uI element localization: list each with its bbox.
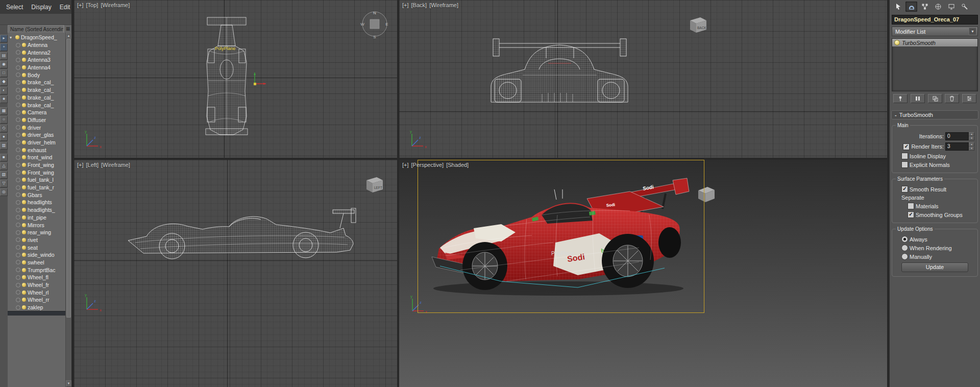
list-item[interactable]: rivet xyxy=(8,236,66,244)
iterations-stepper[interactable]: 0 ▲▼ xyxy=(945,132,974,140)
list-item[interactable]: driver_glas xyxy=(8,131,66,139)
expand-arrow-icon[interactable]: ▾ xyxy=(10,35,14,40)
smoothing-groups-checkbox[interactable]: ✓ xyxy=(908,211,914,218)
collapse-icon[interactable]: - xyxy=(895,112,897,118)
list-item[interactable]: brake_cal_ xyxy=(8,101,66,109)
list-item[interactable]: exhaust xyxy=(8,146,66,154)
explorer-filter-icon[interactable]: ◉ xyxy=(0,61,8,68)
name-column-header[interactable]: Name (Sorted Ascending) xyxy=(8,25,64,33)
visibility-icon[interactable] xyxy=(16,245,20,250)
modifier-stack[interactable]: TurboSmooth xyxy=(892,38,978,91)
list-item[interactable]: Antenna3 xyxy=(8,56,66,64)
visibility-icon[interactable] xyxy=(16,58,20,62)
viewport-back[interactable]: [+] [Back] [Wireframe] xyxy=(399,0,887,158)
explorer-filter-icon[interactable]: ▦ xyxy=(0,107,8,115)
spin-up-icon[interactable]: ▲ xyxy=(969,132,974,136)
list-item[interactable]: driver_helm xyxy=(8,139,66,147)
remove-modifier-icon[interactable] xyxy=(945,94,959,103)
list-item[interactable]: Body xyxy=(8,71,66,79)
scroll-down-icon[interactable]: ▼ xyxy=(66,380,71,387)
utilities-tab-icon[interactable] xyxy=(959,2,970,12)
visibility-icon[interactable] xyxy=(16,95,20,100)
viewport-top[interactable]: [+] [Top] [Wireframe] PolyPlane xyxy=(74,0,397,158)
explorer-filter-icon[interactable]: ▤ xyxy=(0,52,8,60)
column-chooser-icon[interactable]: ▦ xyxy=(64,25,71,33)
spin-up-icon[interactable]: ▲ xyxy=(969,142,974,147)
show-end-result-icon[interactable] xyxy=(911,94,925,103)
modifier-stack-entry[interactable]: TurboSmooth xyxy=(892,39,977,46)
spin-down-icon[interactable]: ▼ xyxy=(969,147,974,151)
visibility-icon[interactable] xyxy=(16,298,20,302)
motion-tab-icon[interactable] xyxy=(932,2,944,12)
list-item[interactable]: swheel xyxy=(8,259,66,267)
visibility-icon[interactable] xyxy=(16,140,20,144)
visibility-icon[interactable] xyxy=(16,178,20,182)
visibility-icon[interactable] xyxy=(16,117,20,122)
explorer-filter-icon[interactable]: ◇ xyxy=(0,125,8,132)
list-item[interactable]: TrumprtBac xyxy=(8,266,66,274)
modify-tab-icon[interactable] xyxy=(905,2,917,12)
visibility-icon[interactable] xyxy=(16,260,20,264)
visibility-icon[interactable] xyxy=(16,268,20,272)
explorer-filter-icon[interactable]: ▸ xyxy=(0,35,8,42)
visibility-icon[interactable] xyxy=(16,72,20,77)
viewport-shading-button[interactable]: [Wireframe] xyxy=(429,2,458,8)
visibility-icon[interactable] xyxy=(16,155,20,160)
explorer-filter-icon[interactable]: ○ xyxy=(0,116,8,124)
list-item[interactable]: headlights_ xyxy=(8,206,66,214)
visibility-icon[interactable] xyxy=(16,65,20,70)
visibility-icon[interactable] xyxy=(16,237,20,242)
isoline-checkbox[interactable] xyxy=(901,153,908,159)
list-item[interactable]: rear_wing xyxy=(8,229,66,236)
menu-item[interactable]: Select xyxy=(6,4,23,11)
render-iters-checkbox[interactable]: ✓ xyxy=(903,143,910,150)
explorer-filter-icon[interactable]: ● xyxy=(0,133,8,141)
list-item[interactable]: Antenna xyxy=(8,41,66,49)
explorer-filter-icon[interactable]: ◆ xyxy=(0,78,8,86)
list-item[interactable]: Wheel_fl xyxy=(8,274,66,281)
create-tab-icon[interactable] xyxy=(892,2,904,12)
visibility-icon[interactable] xyxy=(16,208,20,212)
menu-item[interactable]: Display xyxy=(31,4,51,11)
list-item[interactable]: zaklep xyxy=(8,304,66,311)
modifier-enabled-icon[interactable] xyxy=(894,40,900,45)
update-button[interactable]: Update xyxy=(901,262,968,272)
visibility-icon[interactable] xyxy=(16,170,20,175)
list-item[interactable]: Antenna2 xyxy=(8,49,66,56)
list-item[interactable]: Diffuser xyxy=(8,116,66,124)
explorer-filter-icon[interactable]: ▥ xyxy=(0,142,8,150)
list-item[interactable]: Camera xyxy=(8,109,66,116)
make-unique-icon[interactable] xyxy=(928,94,942,103)
viewport-menu-button[interactable]: [+] xyxy=(402,2,409,8)
explorer-filter-icon[interactable]: ◐ xyxy=(0,87,8,94)
visibility-icon[interactable] xyxy=(16,148,20,152)
viewport-pov-button[interactable]: [Back] xyxy=(411,2,427,8)
visibility-icon[interactable] xyxy=(16,43,20,47)
render-iters-stepper[interactable]: 3 ▲▼ xyxy=(945,142,974,151)
visibility-icon[interactable] xyxy=(16,125,20,130)
list-item[interactable]: Gbars xyxy=(8,191,66,199)
visibility-icon[interactable] xyxy=(16,290,20,295)
list-item[interactable]: Wheel_rr xyxy=(8,296,66,304)
list-item[interactable]: fuel_tank_r xyxy=(8,184,66,191)
viewcube[interactable]: LEFT xyxy=(362,174,386,195)
render-iters-value[interactable]: 3 xyxy=(945,142,969,151)
viewport-shading-button[interactable]: [Wireframe] xyxy=(101,162,130,168)
pin-stack-icon[interactable] xyxy=(893,94,908,103)
list-item[interactable]: brake_cal_ xyxy=(8,86,66,94)
viewport-menu-button[interactable]: [+] xyxy=(77,162,84,168)
visibility-icon[interactable] xyxy=(16,223,20,227)
menu-item[interactable]: Edit xyxy=(60,4,70,11)
explorer-filter-icon[interactable]: ▽ xyxy=(0,180,8,187)
visibility-icon[interactable] xyxy=(16,50,20,55)
list-item[interactable]: fuel_tank_l xyxy=(8,176,66,184)
visibility-icon[interactable] xyxy=(16,275,20,280)
smooth-result-checkbox[interactable]: ✓ xyxy=(901,186,908,192)
viewport-pov-button[interactable]: [Perspective] xyxy=(411,162,444,168)
visibility-icon[interactable] xyxy=(16,253,20,257)
list-item[interactable]: Front_wing xyxy=(8,168,66,176)
list-item[interactable]: Antenna4 xyxy=(8,64,66,71)
explicit-normals-checkbox[interactable] xyxy=(901,161,908,168)
list-item[interactable]: brake_cal_ xyxy=(8,94,66,102)
list-item[interactable]: side_windo xyxy=(8,251,66,259)
